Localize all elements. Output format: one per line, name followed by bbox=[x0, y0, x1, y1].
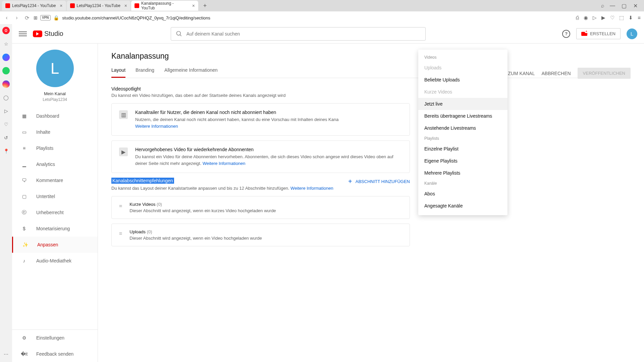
dropdown-item-multiple-playlists[interactable]: Mehrere Playlists bbox=[418, 167, 507, 179]
screenshot-icon[interactable]: ⎙ bbox=[576, 15, 579, 21]
page-title: Kanalanpassung bbox=[111, 52, 631, 61]
dropdown-item-subs[interactable]: Abos bbox=[418, 188, 507, 200]
whatsapp-icon[interactable] bbox=[2, 67, 10, 74]
dropdown-item-live-now[interactable]: Jetzt live bbox=[418, 98, 507, 110]
help-button[interactable]: ? bbox=[562, 30, 570, 38]
reload-icon[interactable]: ⟳ bbox=[23, 15, 30, 21]
close-icon[interactable]: × bbox=[192, 3, 195, 8]
section-row[interactable]: = Kurze Videos (0) Dieser Abschnitt wird… bbox=[111, 196, 410, 219]
create-icon bbox=[581, 32, 587, 36]
nav-copyright[interactable]: ⓒUrheberrecht bbox=[12, 204, 98, 221]
play-icon[interactable]: ▶ bbox=[601, 15, 605, 21]
dropdown-item-past-live[interactable]: Bereits übertragene Livestreams bbox=[418, 110, 507, 122]
close-icon[interactable]: × bbox=[124, 3, 127, 8]
grid-icon[interactable]: ⊞ bbox=[34, 15, 38, 20]
lock-icon[interactable]: 🔒 bbox=[53, 15, 59, 20]
dropdown-item-own-playlists[interactable]: Eigene Playlists bbox=[418, 155, 507, 167]
tab-layout[interactable]: Layout bbox=[111, 67, 125, 78]
bookmark-icon[interactable]: ☆ bbox=[2, 40, 10, 48]
download-icon[interactable]: ⬇ bbox=[629, 15, 633, 21]
maximize-icon[interactable]: ▢ bbox=[621, 3, 627, 9]
dropdown-item-single-playlist[interactable]: Einzelne Playlist bbox=[418, 143, 507, 155]
spotlight-desc: Du kannst ein Video hinzufügen, das oben… bbox=[111, 93, 631, 98]
nav-monetization[interactable]: $Monetarisierung bbox=[12, 221, 98, 237]
tab-title: Kanalanpassung - YouTub bbox=[141, 1, 188, 10]
section-row[interactable]: = Uploads (0) Dieser Abschnitt wird ange… bbox=[111, 224, 410, 246]
new-tab-button[interactable]: + bbox=[201, 2, 209, 10]
search-input[interactable] bbox=[186, 31, 421, 37]
add-section-button[interactable]: + ABSCHNITT HINZUFÜGEN bbox=[348, 178, 410, 185]
nav-content[interactable]: ▭Inhalte bbox=[12, 124, 98, 140]
youtube-favicon bbox=[5, 3, 10, 8]
sections-title: Kanalabschnittempfehlungen bbox=[111, 178, 174, 184]
circle-icon[interactable]: ◯ bbox=[2, 94, 10, 101]
audio-icon: ♪ bbox=[20, 258, 28, 263]
nav-feedback[interactable]: �itFeedback senden bbox=[12, 346, 98, 362]
search-box[interactable] bbox=[171, 27, 426, 41]
nav-customization[interactable]: ✨Anpassen bbox=[12, 237, 98, 253]
nav-subtitles[interactable]: ▢Untertitel bbox=[12, 188, 98, 204]
menu-icon[interactable]: ≡ bbox=[638, 15, 641, 21]
nav-settings[interactable]: ⚙Einstellungen bbox=[12, 330, 98, 346]
more-link[interactable]: Weitere Informationen bbox=[135, 124, 178, 129]
create-button[interactable]: ERSTELLEN bbox=[576, 28, 621, 39]
tab-basic[interactable]: Allgemeine Informationen bbox=[164, 67, 218, 78]
pin-icon[interactable]: 📍 bbox=[2, 147, 10, 155]
tab-title: LetsPlay1234 - YouTube bbox=[12, 3, 56, 8]
cube-icon[interactable]: ⬚ bbox=[619, 15, 624, 21]
forward-icon[interactable]: › bbox=[13, 15, 20, 21]
dropdown-item-featured-channels[interactable]: Angesagte Kanäle bbox=[418, 200, 507, 212]
nav-comments[interactable]: 🗨Kommentare bbox=[12, 172, 98, 188]
publish-button[interactable]: VERÖFFENTLICHEN bbox=[578, 68, 631, 79]
browser-tab[interactable]: LetsPlay1234 - YouTube × bbox=[67, 1, 131, 11]
browser-tab-active[interactable]: Kanalanpassung - YouTub × bbox=[131, 1, 198, 11]
gear-icon: ⚙ bbox=[20, 335, 28, 341]
drag-handle-icon[interactable]: = bbox=[119, 231, 122, 237]
row-desc: Dieser Abschnitt wird angezeigt, wenn ei… bbox=[129, 236, 262, 241]
close-icon[interactable]: × bbox=[60, 3, 62, 8]
close-window-icon[interactable]: ✕ bbox=[632, 3, 639, 9]
nav-audio[interactable]: ♪Audio-Mediathek bbox=[12, 253, 98, 269]
more-icon[interactable]: ⋯ bbox=[2, 351, 10, 358]
dropdown-header-channels: Kanäle bbox=[418, 179, 507, 188]
row-count: (0) bbox=[147, 229, 152, 234]
dropdown-header-videos: Videos bbox=[418, 53, 507, 62]
back-icon[interactable]: ‹ bbox=[3, 15, 10, 21]
studio-logo[interactable]: Studio bbox=[33, 30, 63, 38]
hamburger-icon[interactable] bbox=[19, 30, 27, 38]
play-icon[interactable]: ▷ bbox=[2, 107, 10, 115]
instagram-icon[interactable] bbox=[2, 80, 10, 88]
search-icon[interactable]: ⌕ bbox=[601, 3, 604, 9]
channel-block: L Mein Kanal LetsPlay1234 bbox=[12, 50, 98, 108]
dropdown-item-popular[interactable]: Beliebte Uploads bbox=[418, 74, 507, 86]
avatar[interactable]: L bbox=[627, 28, 637, 39]
nav-analytics[interactable]: ▁Analytics bbox=[12, 156, 98, 172]
nav-playlists[interactable]: ≡Playlists bbox=[12, 140, 98, 156]
browser-tab[interactable]: LetsPlay1234 - YouTube × bbox=[2, 1, 66, 11]
heart-icon[interactable]: ♡ bbox=[2, 121, 10, 128]
heart-icon[interactable]: ♡ bbox=[610, 15, 614, 21]
featured-card[interactable]: ▶ Hervorgehobenes Video für wiederkehren… bbox=[111, 140, 410, 173]
view-channel-button[interactable]: ZUM KANAL bbox=[508, 71, 535, 76]
cancel-button[interactable]: ABBRECHEN bbox=[541, 71, 571, 76]
channel-avatar[interactable]: L bbox=[36, 50, 74, 87]
more-link[interactable]: Weitere Informationen bbox=[290, 186, 333, 191]
nav-dashboard[interactable]: ▦Dashboard bbox=[12, 108, 98, 124]
youtube-favicon bbox=[135, 3, 139, 8]
opera-icon[interactable]: O bbox=[2, 27, 10, 34]
trailer-card[interactable]: ▥ Kanaltrailer für Nutzer, die deinen Ka… bbox=[111, 103, 410, 136]
vpn-badge[interactable]: VPN bbox=[40, 15, 51, 20]
url-field[interactable]: studio.youtube.com/channel/UCocN6zQPHQZ_… bbox=[62, 15, 573, 20]
more-link[interactable]: Weitere Informationen bbox=[203, 161, 246, 166]
dropdown-item-upcoming-live[interactable]: Anstehende Livestreams bbox=[418, 122, 507, 134]
minimize-icon[interactable]: — bbox=[609, 3, 616, 9]
youtube-icon bbox=[33, 31, 42, 37]
camera-icon[interactable]: ◉ bbox=[584, 15, 588, 21]
address-bar: ‹ › ⟳ ⊞ VPN 🔒 studio.youtube.com/channel… bbox=[0, 11, 644, 24]
history-icon[interactable]: ↺ bbox=[2, 134, 10, 141]
drag-handle-icon[interactable]: = bbox=[119, 203, 122, 209]
tab-branding[interactable]: Branding bbox=[136, 67, 154, 78]
bookmark-icon[interactable]: ▷ bbox=[593, 15, 597, 21]
dropdown-item-shorts: Kurze Videos bbox=[418, 86, 507, 98]
messenger-icon[interactable] bbox=[2, 54, 10, 61]
